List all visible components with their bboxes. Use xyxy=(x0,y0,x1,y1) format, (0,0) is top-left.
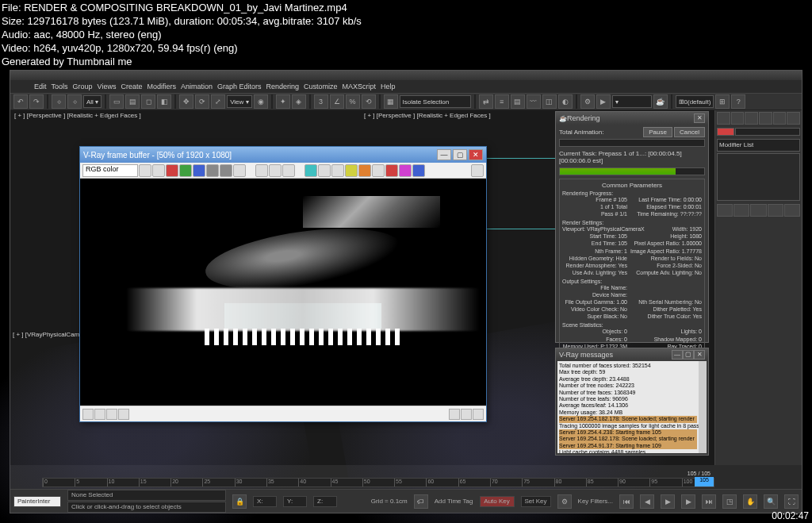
schematic-icon[interactable]: ◫ xyxy=(542,94,557,109)
manipulate-icon[interactable]: ✦ xyxy=(276,94,290,109)
pixel-info-icon[interactable] xyxy=(412,164,425,177)
modifier-stack[interactable] xyxy=(717,153,800,201)
window-crossing-icon[interactable]: ◧ xyxy=(157,94,171,109)
next-frame-icon[interactable]: ▶ xyxy=(681,494,695,509)
layers-icon[interactable]: ▤ xyxy=(511,94,525,109)
remove-mod-icon[interactable] xyxy=(768,204,783,217)
unlink-icon[interactable]: ⟐ xyxy=(67,94,82,109)
align-icon[interactable]: ≡ xyxy=(495,94,509,109)
stop-render-icon[interactable] xyxy=(82,409,94,420)
show-end-icon[interactable] xyxy=(733,204,749,217)
select-icon[interactable]: ▭ xyxy=(109,94,124,109)
viewcube-icon[interactable]: ◳ xyxy=(722,494,737,509)
material-icon[interactable]: ◐ xyxy=(558,94,573,109)
close-icon[interactable]: ✕ xyxy=(469,149,483,160)
vfb-titlebar[interactable]: V-Ray frame buffer - [50% of 1920 x 1080… xyxy=(80,147,486,163)
pin-stack-icon[interactable] xyxy=(717,204,733,217)
whitebalance-icon[interactable] xyxy=(358,164,371,177)
lock-icon[interactable] xyxy=(118,409,129,420)
timetag-icon[interactable]: 🏷 xyxy=(414,494,428,509)
hierarchy-tab-icon[interactable] xyxy=(745,112,758,125)
grid-icon[interactable]: ⊞ xyxy=(715,94,730,109)
vfb-history-icon[interactable] xyxy=(461,409,472,420)
switch-icon[interactable] xyxy=(233,164,246,177)
exposure-icon[interactable] xyxy=(345,164,358,177)
x-coord[interactable]: ⊞ 0 (default) xyxy=(676,95,714,108)
keymode-icon[interactable]: ◈ xyxy=(292,94,306,109)
y-field[interactable]: Y: xyxy=(283,496,307,507)
create-tab-icon[interactable] xyxy=(717,112,730,125)
motion-tab-icon[interactable] xyxy=(759,112,772,125)
spinner-snap-icon[interactable]: ⟲ xyxy=(362,94,376,109)
rendering-dialog[interactable]: ☕ Rendering ✕ Total Animation: Pause Can… xyxy=(555,111,709,343)
menu-animation[interactable]: Animation xyxy=(181,83,213,90)
load-icon[interactable] xyxy=(152,164,165,177)
titlebar[interactable] xyxy=(10,71,802,80)
keyfilters-label[interactable]: Key Filters... xyxy=(578,498,613,505)
menu-edit[interactable]: Edit xyxy=(34,83,47,90)
addtag-label[interactable]: Add Time Tag xyxy=(435,498,473,505)
undo-icon[interactable]: ↶ xyxy=(13,94,28,109)
pause-button[interactable]: Pause xyxy=(643,127,672,137)
render-frame-icon[interactable]: ▶ xyxy=(596,94,611,109)
levels-icon[interactable] xyxy=(318,164,331,177)
menu-rendering[interactable]: Rendering xyxy=(266,83,300,90)
viewport-label-tl[interactable]: [ + ] [Perspective ] [Realistic + Edged … xyxy=(13,110,143,121)
track-icon[interactable] xyxy=(282,164,295,177)
maximize-icon[interactable]: ⛶ xyxy=(784,494,799,509)
keyfilters-icon[interactable]: ⚙ xyxy=(557,494,572,509)
script-listener[interactable]: PainterInter xyxy=(13,496,61,507)
autokey-button[interactable]: Auto Key xyxy=(480,496,515,507)
region-icon[interactable] xyxy=(385,164,398,177)
close-icon[interactable]: ✕ xyxy=(694,350,705,360)
snap-icon[interactable]: 3 xyxy=(314,94,328,109)
scrollbar[interactable] xyxy=(699,361,707,453)
menu-customize[interactable]: Customize xyxy=(304,83,338,90)
correction-icon[interactable] xyxy=(304,164,317,177)
channel-combo[interactable]: RGB color xyxy=(82,164,138,177)
config-icon[interactable] xyxy=(784,204,800,217)
vmsg-titlebar[interactable]: V-Ray messages — ▢ ✕ xyxy=(556,348,708,361)
modifier-list[interactable]: Modifier List xyxy=(717,139,800,152)
z-field[interactable]: Z: xyxy=(313,496,337,507)
history-icon[interactable] xyxy=(399,164,412,177)
utility-tab-icon[interactable] xyxy=(787,112,800,125)
zoom-icon[interactable]: 🔍 xyxy=(764,494,778,509)
vmsg-log[interactable]: Total number of faces stored: 352154Max … xyxy=(557,361,699,453)
redo-icon[interactable]: ↷ xyxy=(29,94,44,109)
srgb-icon[interactable] xyxy=(372,164,385,177)
select-rect-icon[interactable]: ◻ xyxy=(141,94,155,109)
scale-icon[interactable]: ⤢ xyxy=(211,94,225,109)
refcoord-combo[interactable]: View ▾ xyxy=(227,95,251,108)
color-corrections-icon[interactable] xyxy=(473,409,484,420)
unique-icon[interactable] xyxy=(750,204,766,217)
minimize-icon[interactable]: — xyxy=(672,350,683,360)
prev-frame-icon[interactable]: ◀ xyxy=(640,494,654,509)
green-channel-icon[interactable] xyxy=(179,164,192,177)
goto-end-icon[interactable]: ⏭ xyxy=(702,494,716,509)
curve-editor-icon[interactable]: 〰 xyxy=(527,94,541,109)
mono-icon[interactable] xyxy=(220,164,232,177)
viewport-label-tr[interactable]: [ + ] [Perspective ] [Realistic + Edged … xyxy=(362,110,492,121)
vray-messages-window[interactable]: V-Ray messages — ▢ ✕ Total number of fac… xyxy=(555,348,709,456)
selection-filter[interactable]: All ▾ xyxy=(83,95,102,108)
name-field[interactable] xyxy=(735,128,800,136)
setkey-button[interactable]: Set Key xyxy=(521,496,551,507)
red-channel-icon[interactable] xyxy=(166,164,178,177)
help-icon[interactable]: ? xyxy=(731,94,745,109)
mirror-icon[interactable]: ⇄ xyxy=(479,94,493,109)
timeline[interactable]: 105 / 105 105 05101520253035404550556065… xyxy=(42,478,714,487)
vray-frame-buffer-window[interactable]: V-Ray frame buffer - [50% of 1920 x 1080… xyxy=(79,146,487,422)
menu-help[interactable]: Help xyxy=(381,83,396,90)
menu-grapheditors[interactable]: Graph Editors xyxy=(217,83,262,90)
save-icon[interactable] xyxy=(139,164,151,177)
render-icon[interactable]: ☕ xyxy=(653,94,668,109)
goto-start-icon[interactable]: ⏮ xyxy=(619,494,634,509)
maximize-icon[interactable]: ▢ xyxy=(453,149,467,160)
menubar[interactable]: Edit Tools Group Views Create Modifiers … xyxy=(10,80,802,93)
modify-tab-icon[interactable] xyxy=(731,112,745,125)
alpha-channel-icon[interactable] xyxy=(206,164,219,177)
play-icon[interactable]: ▶ xyxy=(661,494,675,509)
color-swatch[interactable] xyxy=(717,128,734,136)
menu-views[interactable]: Views xyxy=(98,83,117,90)
